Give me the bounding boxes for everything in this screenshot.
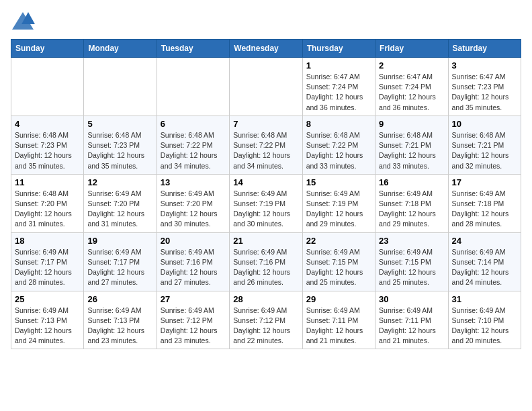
calendar-cell: 14Sunrise: 6:49 AM Sunset: 7:19 PM Dayli… (230, 174, 302, 232)
calendar-cell: 17Sunrise: 6:49 AM Sunset: 7:18 PM Dayli… (448, 174, 521, 232)
day-info: Sunrise: 6:48 AM Sunset: 7:21 PM Dayligh… (379, 130, 444, 171)
day-number: 8 (306, 119, 371, 129)
day-info: Sunrise: 6:49 AM Sunset: 7:19 PM Dayligh… (233, 189, 298, 230)
day-number: 11 (15, 177, 80, 187)
day-number: 6 (161, 119, 226, 129)
day-number: 16 (379, 177, 444, 187)
calendar-cell: 7Sunrise: 6:48 AM Sunset: 7:22 PM Daylig… (230, 116, 302, 174)
day-number: 1 (306, 60, 371, 71)
day-info: Sunrise: 6:49 AM Sunset: 7:17 PM Dayligh… (15, 247, 80, 288)
day-number: 25 (15, 294, 80, 304)
day-info: Sunrise: 6:49 AM Sunset: 7:13 PM Dayligh… (87, 306, 152, 347)
calendar-cell (11, 58, 84, 116)
day-header-sunday: Sunday (11, 40, 84, 58)
day-info: Sunrise: 6:48 AM Sunset: 7:20 PM Dayligh… (15, 189, 80, 230)
calendar-cell: 18Sunrise: 6:49 AM Sunset: 7:17 PM Dayli… (11, 232, 84, 291)
calendar-cell: 10Sunrise: 6:48 AM Sunset: 7:21 PM Dayli… (448, 116, 521, 174)
day-info: Sunrise: 6:49 AM Sunset: 7:10 PM Dayligh… (452, 306, 517, 347)
day-number: 2 (379, 60, 444, 71)
calendar-week-3: 11Sunrise: 6:48 AM Sunset: 7:20 PM Dayli… (11, 174, 521, 232)
logo-icon (11, 11, 35, 31)
day-info: Sunrise: 6:49 AM Sunset: 7:15 PM Dayligh… (306, 247, 371, 288)
calendar-cell: 20Sunrise: 6:49 AM Sunset: 7:16 PM Dayli… (157, 232, 229, 291)
calendar-cell: 28Sunrise: 6:49 AM Sunset: 7:12 PM Dayli… (230, 291, 302, 349)
calendar-cell: 19Sunrise: 6:49 AM Sunset: 7:17 PM Dayli… (84, 232, 157, 291)
calendar-cell: 6Sunrise: 6:48 AM Sunset: 7:22 PM Daylig… (157, 116, 229, 174)
day-info: Sunrise: 6:48 AM Sunset: 7:22 PM Dayligh… (233, 130, 298, 171)
calendar-cell: 29Sunrise: 6:49 AM Sunset: 7:11 PM Dayli… (302, 291, 375, 349)
calendar-week-2: 4Sunrise: 6:48 AM Sunset: 7:23 PM Daylig… (11, 116, 521, 174)
day-number: 26 (87, 294, 152, 304)
day-number: 27 (161, 294, 226, 304)
day-info: Sunrise: 6:48 AM Sunset: 7:23 PM Dayligh… (15, 130, 80, 171)
day-number: 10 (452, 119, 517, 129)
calendar-week-5: 25Sunrise: 6:49 AM Sunset: 7:13 PM Dayli… (11, 291, 521, 349)
day-info: Sunrise: 6:47 AM Sunset: 7:24 PM Dayligh… (379, 72, 444, 113)
calendar-cell: 5Sunrise: 6:48 AM Sunset: 7:23 PM Daylig… (84, 116, 157, 174)
calendar-cell: 16Sunrise: 6:49 AM Sunset: 7:18 PM Dayli… (375, 174, 448, 232)
day-info: Sunrise: 6:49 AM Sunset: 7:18 PM Dayligh… (452, 189, 517, 230)
day-header-saturday: Saturday (448, 40, 521, 58)
day-info: Sunrise: 6:49 AM Sunset: 7:16 PM Dayligh… (233, 247, 298, 288)
day-info: Sunrise: 6:48 AM Sunset: 7:23 PM Dayligh… (87, 130, 152, 171)
calendar-cell: 24Sunrise: 6:49 AM Sunset: 7:14 PM Dayli… (448, 232, 521, 291)
day-number: 9 (379, 119, 444, 129)
logo (11, 11, 38, 31)
calendar-cell: 15Sunrise: 6:49 AM Sunset: 7:19 PM Dayli… (302, 174, 375, 232)
day-number: 18 (15, 236, 80, 246)
day-number: 31 (452, 294, 517, 304)
day-header-friday: Friday (375, 40, 448, 58)
calendar-cell: 2Sunrise: 6:47 AM Sunset: 7:24 PM Daylig… (375, 58, 448, 116)
day-info: Sunrise: 6:49 AM Sunset: 7:13 PM Dayligh… (15, 306, 80, 347)
day-info: Sunrise: 6:48 AM Sunset: 7:21 PM Dayligh… (452, 130, 517, 171)
day-number: 4 (15, 119, 80, 129)
day-info: Sunrise: 6:48 AM Sunset: 7:22 PM Dayligh… (306, 130, 371, 171)
day-info: Sunrise: 6:49 AM Sunset: 7:14 PM Dayligh… (452, 247, 517, 288)
day-info: Sunrise: 6:49 AM Sunset: 7:20 PM Dayligh… (161, 189, 226, 230)
day-number: 13 (161, 177, 226, 187)
day-number: 23 (379, 236, 444, 246)
calendar-cell (84, 58, 157, 116)
calendar-cell: 3Sunrise: 6:47 AM Sunset: 7:23 PM Daylig… (448, 58, 521, 116)
day-info: Sunrise: 6:49 AM Sunset: 7:11 PM Dayligh… (306, 306, 371, 347)
calendar-cell: 26Sunrise: 6:49 AM Sunset: 7:13 PM Dayli… (84, 291, 157, 349)
calendar-cell: 25Sunrise: 6:49 AM Sunset: 7:13 PM Dayli… (11, 291, 84, 349)
day-number: 12 (87, 177, 152, 187)
day-number: 30 (379, 294, 444, 304)
calendar-week-1: 1Sunrise: 6:47 AM Sunset: 7:24 PM Daylig… (11, 58, 521, 116)
day-header-monday: Monday (84, 40, 157, 58)
calendar-cell: 30Sunrise: 6:49 AM Sunset: 7:11 PM Dayli… (375, 291, 448, 349)
calendar-cell: 21Sunrise: 6:49 AM Sunset: 7:16 PM Dayli… (230, 232, 302, 291)
day-info: Sunrise: 6:47 AM Sunset: 7:23 PM Dayligh… (452, 72, 517, 113)
calendar-cell (157, 58, 229, 116)
calendar-header-row: SundayMondayTuesdayWednesdayThursdayFrid… (11, 40, 521, 58)
day-number: 28 (233, 294, 298, 304)
calendar-cell: 1Sunrise: 6:47 AM Sunset: 7:24 PM Daylig… (302, 58, 375, 116)
calendar-cell: 13Sunrise: 6:49 AM Sunset: 7:20 PM Dayli… (157, 174, 229, 232)
calendar-table: SundayMondayTuesdayWednesdayThursdayFrid… (11, 39, 521, 349)
day-number: 22 (306, 236, 371, 246)
day-number: 3 (452, 60, 517, 71)
day-info: Sunrise: 6:49 AM Sunset: 7:17 PM Dayligh… (87, 247, 152, 288)
day-number: 24 (452, 236, 517, 246)
day-header-tuesday: Tuesday (157, 40, 229, 58)
calendar-cell (230, 58, 302, 116)
page-header (11, 11, 521, 31)
calendar-cell: 9Sunrise: 6:48 AM Sunset: 7:21 PM Daylig… (375, 116, 448, 174)
day-info: Sunrise: 6:49 AM Sunset: 7:12 PM Dayligh… (233, 306, 298, 347)
calendar-cell: 8Sunrise: 6:48 AM Sunset: 7:22 PM Daylig… (302, 116, 375, 174)
calendar-cell: 11Sunrise: 6:48 AM Sunset: 7:20 PM Dayli… (11, 174, 84, 232)
calendar-cell: 31Sunrise: 6:49 AM Sunset: 7:10 PM Dayli… (448, 291, 521, 349)
day-info: Sunrise: 6:49 AM Sunset: 7:20 PM Dayligh… (87, 189, 152, 230)
day-number: 5 (87, 119, 152, 129)
day-header-wednesday: Wednesday (230, 40, 302, 58)
day-info: Sunrise: 6:47 AM Sunset: 7:24 PM Dayligh… (306, 72, 371, 113)
calendar-cell: 4Sunrise: 6:48 AM Sunset: 7:23 PM Daylig… (11, 116, 84, 174)
day-info: Sunrise: 6:49 AM Sunset: 7:18 PM Dayligh… (379, 189, 444, 230)
day-number: 14 (233, 177, 298, 187)
day-number: 20 (161, 236, 226, 246)
calendar-cell: 23Sunrise: 6:49 AM Sunset: 7:15 PM Dayli… (375, 232, 448, 291)
day-number: 15 (306, 177, 371, 187)
day-info: Sunrise: 6:49 AM Sunset: 7:11 PM Dayligh… (379, 306, 444, 347)
day-info: Sunrise: 6:49 AM Sunset: 7:16 PM Dayligh… (161, 247, 226, 288)
